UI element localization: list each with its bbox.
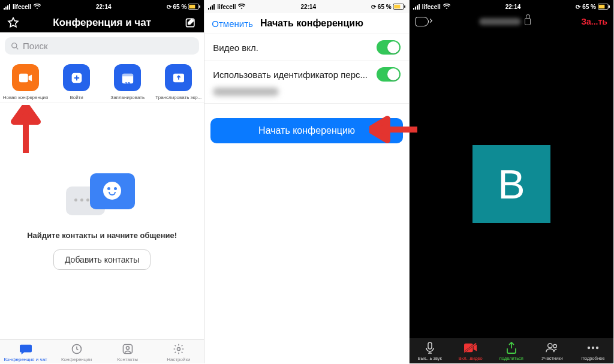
svg-rect-15 [394,5,400,8]
pmi-row: Использовать идентификатор перс... [204,61,408,88]
screen-main: lifecell 22:14 ⟳65 % Конференция и чат П… [0,0,204,363]
battery-label: 65 % [173,4,187,10]
svg-rect-19 [609,5,610,8]
svg-rect-18 [598,5,604,8]
search-placeholder: Поиск [23,41,48,51]
battery-icon [393,4,405,10]
video-icon [19,73,32,83]
mute-button[interactable]: Вык...ь звук [410,342,450,361]
plus-icon [71,72,83,84]
participant-avatar: В [472,145,550,223]
screen-start-meeting: lifecell 22:14 ⟳65 % Отменить Начать кон… [204,0,409,363]
wifi-icon [443,4,450,10]
add-contacts-button[interactable]: Добавить контакты [53,249,151,270]
redacted-pmi [213,88,400,98]
clock: 22:14 [41,4,166,10]
schedule-button[interactable]: 19 Запланировать [104,64,152,100]
clock: 22:14 [245,4,371,10]
carrier-label: lifecell [422,4,441,10]
end-meeting-button[interactable]: За...ть [581,17,607,26]
tab-chat-label: Конференция и чат [4,357,47,362]
wifi-icon [34,4,41,10]
status-bar: lifecell 22:14 ⟳65 % [204,0,408,13]
page-title: Начать конференцию [253,18,402,29]
tab-settings-label: Настройки [167,357,190,362]
svg-rect-2 [200,5,201,8]
battery-icon [598,4,610,10]
participants-icon [546,342,559,354]
lock-icon [525,18,531,25]
participants-button[interactable]: Участники [532,342,573,361]
tab-chat[interactable]: Конференция и чат [0,342,51,362]
battery-icon [188,4,200,10]
empty-state: Найдите контакты и начните общение! Доба… [0,103,204,339]
chat-icon [19,342,32,356]
screen-in-meeting: lifecell 22:14 ⟳65 % За...ть В Вык...ь з… [410,0,614,363]
mic-icon [423,342,437,354]
tab-settings[interactable]: Настройки [153,342,204,362]
video-toggle[interactable] [377,40,401,55]
tab-meetings-label: Конференции [61,357,92,362]
favorite-icon[interactable] [7,17,19,29]
share-screen-button[interactable]: Транслировать экр... [155,64,203,100]
speaker-icon[interactable] [416,17,429,26]
nav-bar: Конференция и чат [0,13,204,32]
empty-text: Найдите контакты и начните общение! [27,231,177,240]
svg-point-12 [126,347,129,350]
pmi-toggle[interactable] [377,67,401,82]
video-off-icon [464,342,477,354]
svg-rect-5 [19,73,28,82]
video-on-label: Видео вкл. [213,43,376,53]
compose-icon[interactable] [185,17,197,29]
tab-contacts[interactable]: Контакты [102,342,153,362]
avatar-letter: В [498,161,525,207]
signal-icon [4,4,10,10]
carrier-label: lifecell [217,4,236,10]
svg-rect-20 [428,342,432,349]
svg-point-22 [548,344,552,348]
more-button[interactable]: Подробнее [573,342,613,361]
svg-point-13 [177,348,180,351]
clock: 22:14 [450,4,576,10]
status-bar: lifecell 22:14 ⟳65 % [0,0,204,13]
pmi-label: Использовать идентификатор перс... [213,70,376,80]
join-button[interactable]: Войти [53,64,101,100]
calendar-day: 19 [125,81,130,86]
svg-point-24 [588,347,590,349]
cancel-button[interactable]: Отменить [212,19,253,29]
start-video-button[interactable]: Вкл...видео [450,342,491,361]
nav-bar: Отменить Начать конференцию [204,13,408,34]
meeting-toolbar: Вык...ь звук Вкл...видео поделиться Учас… [410,338,613,363]
tab-contacts-label: Контакты [117,357,138,362]
svg-point-25 [592,347,594,349]
share-content-button[interactable]: поделиться [491,342,532,361]
chat-illustration [66,173,138,221]
tab-bar: Конференция и чат Конференции Контакты Н… [0,339,204,363]
video-stage[interactable]: В [410,30,613,338]
carrier-label: lifecell [13,4,31,10]
more-icon [586,342,600,354]
new-meeting-label: Новая конференция [3,95,49,100]
clock-icon [70,342,83,356]
tab-meetings[interactable]: Конференции [51,342,102,362]
search-icon [11,42,19,50]
status-bar: lifecell 22:14 ⟳65 % [410,0,613,13]
signal-icon [208,4,215,10]
schedule-label: Запланировать [110,95,145,100]
new-meeting-button[interactable]: Новая конференция [2,64,50,100]
svg-rect-8 [122,73,133,76]
share-label: Транслировать экр... [155,95,201,100]
signal-icon [413,4,420,10]
svg-point-26 [596,347,598,349]
battery-label: 65 % [378,4,392,10]
svg-point-23 [553,345,557,348]
search-input[interactable]: Поиск [5,37,199,55]
redacted-id [479,18,521,25]
gear-icon [172,342,185,356]
svg-point-4 [12,43,17,47]
wifi-icon [238,4,245,10]
svg-rect-16 [404,5,405,8]
start-meeting-button[interactable]: Начать конференцию [210,118,402,143]
action-row: Новая конференция Войти 19 Запланировать… [0,59,204,103]
battery-label: 65 % [582,4,596,10]
